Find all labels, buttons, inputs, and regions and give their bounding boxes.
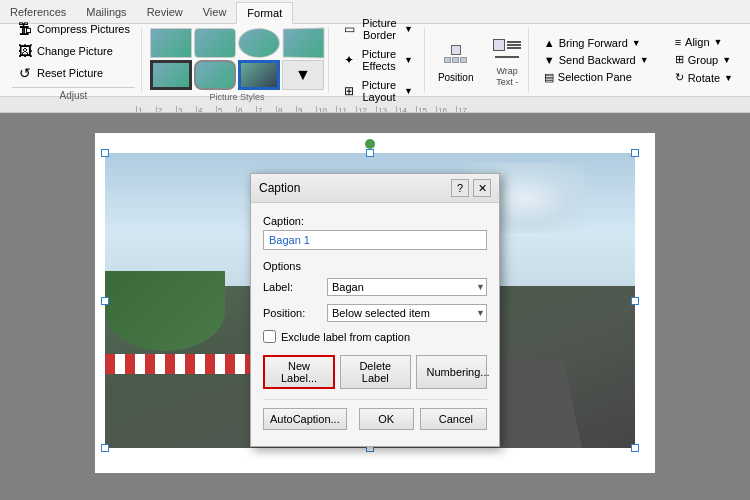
effects-icon: ✦ — [344, 53, 354, 67]
border-icon: ▭ — [344, 22, 355, 36]
numbering-button[interactable]: Numbering... — [416, 355, 487, 389]
wrap-text-label[interactable]: Wrap Text - — [490, 66, 523, 88]
ok-button[interactable]: OK — [359, 408, 414, 430]
picture-border-button[interactable]: ▭ Picture Border ▼ — [339, 15, 418, 43]
layout-icon: ⊞ — [344, 84, 354, 98]
picture-options-group: ▭ Picture Border ▼ ✦ Picture Effects ▼ ⊞… — [333, 28, 425, 92]
style-row-bottom: ▼ — [150, 60, 324, 90]
caption-input[interactable] — [263, 230, 487, 250]
ruler-content: 1 2 3 4 5 6 7 8 9 10 11 12 13 14 15 16 1… — [4, 97, 746, 112]
style-thumb-3[interactable] — [238, 28, 280, 58]
new-label-button[interactable]: New Label... — [263, 355, 335, 389]
ruler: 1 2 3 4 5 6 7 8 9 10 11 12 13 14 15 16 1… — [0, 97, 750, 113]
wrap-text-icon — [492, 33, 522, 65]
group-icon: ⊞ — [675, 53, 684, 66]
align-icon: ≡ — [675, 36, 681, 48]
align-button[interactable]: ≡ Align ▼ — [670, 34, 728, 50]
rotate-button[interactable]: ↻ Rotate ▼ — [670, 69, 738, 86]
style-thumb-4[interactable] — [283, 28, 325, 59]
rotate-icon: ↻ — [675, 71, 684, 84]
arrange-row-2: ▼ Send Backward ▼ — [539, 52, 654, 68]
effects-dropdown-icon: ▼ — [404, 55, 413, 65]
style-thumb-5[interactable] — [150, 60, 192, 90]
style-row-top — [150, 28, 324, 58]
arrange-group: ▲ Bring Forward ▼ ▼ Send Backward ▼ ▤ Se… — [533, 28, 660, 92]
dialog-body: Caption: Options Label: Bagan Figure Tab… — [251, 203, 499, 446]
picture-styles-group: ▼ Picture Styles — [146, 28, 329, 92]
position-field-label: Position: — [263, 307, 321, 319]
dialog-overlay: Caption ? ✕ Caption: Options — [95, 133, 655, 473]
compress-pictures-button[interactable]: 🗜 Compress Pictures — [12, 19, 135, 39]
style-thumbnails: ▼ — [150, 28, 324, 90]
position-row: Position: Above selected item Below sele… — [263, 304, 487, 322]
label-select-wrapper: Bagan Figure Table Equation ▼ — [327, 278, 487, 296]
dialog-help-button[interactable]: ? — [451, 179, 469, 197]
dialog-title-buttons: ? ✕ — [451, 179, 491, 197]
wrap-text-group: Wrap Text - — [486, 28, 528, 92]
exclude-checkbox[interactable] — [263, 330, 276, 343]
position-select[interactable]: Above selected item Below selected item — [327, 304, 487, 322]
align-dropdown-icon: ▼ — [714, 37, 723, 47]
label-field-label: Label: — [263, 281, 321, 293]
reset-icon: ↺ — [17, 65, 33, 81]
send-backward-icon: ▼ — [544, 54, 555, 66]
selection-pane-icon: ▤ — [544, 71, 554, 84]
ribbon: References Mailings Review View Format 🗜… — [0, 0, 750, 97]
position-select-wrapper: Above selected item Below selected item … — [327, 304, 487, 322]
dialog-close-button[interactable]: ✕ — [473, 179, 491, 197]
layout-dropdown-icon: ▼ — [404, 86, 413, 96]
style-thumb-2[interactable] — [194, 28, 236, 58]
ribbon-content: 🗜 Compress Pictures 🖼 Change Picture ↺ R… — [0, 24, 750, 96]
delete-label-button[interactable]: Delete Label — [340, 355, 411, 389]
change-pic-icon: 🖼 — [17, 43, 33, 59]
label-select[interactable]: Bagan Figure Table Equation — [327, 278, 487, 296]
adjust-group: 🗜 Compress Pictures 🖼 Change Picture ↺ R… — [6, 28, 142, 92]
reset-picture-button[interactable]: ↺ Reset Picture — [12, 63, 135, 83]
compress-icon: 🗜 — [17, 21, 33, 37]
align-group: ≡ Align ▼ ⊞ Group ▼ ↻ Rotate ▼ — [664, 28, 744, 92]
change-picture-button[interactable]: 🖼 Change Picture — [12, 41, 135, 61]
group-dropdown-icon: ▼ — [722, 55, 731, 65]
style-thumb-1[interactable] — [150, 28, 192, 58]
document-page: Caption ? ✕ Caption: Options — [95, 133, 655, 473]
style-thumb-7[interactable] — [238, 60, 280, 90]
picture-effects-button[interactable]: ✦ Picture Effects ▼ — [339, 46, 418, 74]
tab-review[interactable]: Review — [137, 2, 193, 23]
dialog-title: Caption — [259, 181, 300, 195]
main-buttons-row: AutoCaption... OK Cancel — [263, 399, 487, 434]
bring-dropdown-icon: ▼ — [632, 38, 641, 48]
exclude-label: Exclude label from caption — [281, 331, 410, 343]
picture-styles-content: ▼ — [150, 28, 324, 90]
options-section-label: Options — [263, 260, 487, 272]
position-button[interactable]: Position — [429, 35, 483, 86]
document-area: Caption ? ✕ Caption: Options — [0, 113, 750, 500]
tab-view[interactable]: View — [193, 2, 237, 23]
dialog-title-bar: Caption ? ✕ — [251, 174, 499, 203]
action-buttons-row: New Label... Delete Label Numbering... — [263, 355, 487, 389]
arrange-row-1: ▲ Bring Forward ▼ — [539, 35, 654, 51]
cancel-button[interactable]: Cancel — [420, 408, 487, 430]
send-backward-button[interactable]: ▼ Send Backward ▼ — [539, 52, 654, 68]
caption-label: Caption: — [263, 215, 487, 227]
label-row: Label: Bagan Figure Table Equation ▼ — [263, 278, 487, 296]
bring-forward-button[interactable]: ▲ Bring Forward ▼ — [539, 35, 646, 51]
caption-dialog: Caption ? ✕ Caption: Options — [250, 173, 500, 447]
selection-pane-button[interactable]: ▤ Selection Pane — [539, 69, 637, 86]
style-thumb-expand[interactable]: ▼ — [282, 60, 324, 90]
bring-forward-icon: ▲ — [544, 37, 555, 49]
caption-field-row: Caption: — [263, 215, 487, 250]
arrange-row-3: ▤ Selection Pane — [539, 69, 654, 86]
border-dropdown-icon: ▼ — [404, 24, 413, 34]
group-button[interactable]: ⊞ Group ▼ — [670, 51, 737, 68]
style-thumb-6[interactable] — [194, 60, 236, 90]
tab-format[interactable]: Format — [236, 2, 293, 24]
position-icon — [440, 38, 472, 70]
send-dropdown-icon: ▼ — [640, 55, 649, 65]
exclude-checkbox-row: Exclude label from caption — [263, 330, 487, 343]
autocaption-button[interactable]: AutoCaption... — [263, 408, 347, 430]
rotate-dropdown-icon: ▼ — [724, 73, 733, 83]
